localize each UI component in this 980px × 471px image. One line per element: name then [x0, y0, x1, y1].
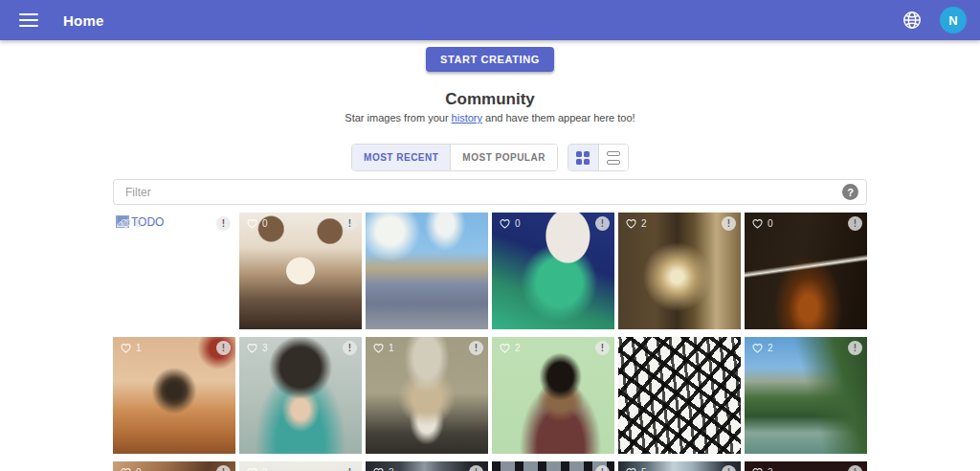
like-count: 2	[515, 343, 521, 353]
info-icon[interactable]: !	[343, 216, 357, 231]
info-icon[interactable]: !	[216, 216, 231, 231]
tile-image	[745, 213, 867, 329]
info-icon[interactable]: !	[343, 341, 357, 355]
like-button[interactable]: 0	[245, 216, 268, 230]
start-creating-button[interactable]: START CREATING	[426, 47, 554, 72]
heart-icon	[371, 465, 386, 471]
image-tile-animal-fur-closeup[interactable]: 0 !	[113, 461, 235, 471]
image-tile-anime-maid-girl[interactable]: 0 !	[239, 213, 362, 329]
image-tile-anime-green-hair-girl[interactable]: 0 !	[492, 213, 614, 329]
help-icon[interactable]: ?	[842, 184, 858, 200]
tile-image	[618, 213, 741, 329]
like-button[interactable]: 1	[119, 341, 142, 354]
like-button[interactable]: 3	[245, 341, 268, 354]
heart-icon	[624, 216, 638, 230]
sort-toggle-group: MOST RECENT MOST POPULAR	[351, 144, 558, 171]
tile-image	[113, 213, 235, 329]
language-globe-icon[interactable]	[902, 10, 923, 31]
heart-icon	[245, 341, 259, 354]
filter-container: ?	[113, 179, 867, 205]
app-bar-actions: N	[902, 7, 967, 34]
like-count: 3	[262, 467, 268, 471]
like-count: 3	[389, 467, 394, 471]
list-view-button[interactable]	[598, 145, 628, 170]
heart-icon	[119, 341, 133, 354]
tile-image	[239, 213, 362, 329]
like-button[interactable]: 0	[498, 216, 521, 230]
info-icon[interactable]: !	[595, 341, 610, 355]
community-subtitle: Star images from your history and have t…	[0, 112, 980, 123]
heart-icon	[750, 216, 765, 230]
page-title: Home	[63, 12, 103, 29]
tile-image	[366, 213, 488, 329]
heart-icon	[498, 341, 512, 354]
heart-icon	[498, 216, 512, 230]
like-button[interactable]: 3	[245, 465, 268, 471]
like-button[interactable]: 0	[119, 216, 142, 230]
image-tile-glowing-bottle[interactable]: 2 !	[618, 213, 741, 329]
like-count: 3	[262, 343, 268, 353]
like-button[interactable]: 3	[371, 465, 394, 471]
image-tile-silhouette-bright-window[interactable]: 5 !	[618, 461, 741, 471]
image-tile-man-green-background[interactable]: 2 !	[492, 337, 614, 454]
like-count: 3	[768, 467, 773, 471]
like-button[interactable]: 1	[371, 341, 394, 354]
like-count: 5	[641, 467, 647, 471]
image-tile-window-grid[interactable]: !	[492, 461, 614, 471]
like-count: 0	[515, 218, 521, 229]
tile-image	[745, 337, 867, 454]
image-tile-dark-figures-window[interactable]: 3 !	[366, 461, 488, 471]
tile-image	[113, 337, 235, 454]
like-count: 1	[136, 343, 142, 353]
heart-icon	[750, 465, 765, 471]
like-count: 2	[768, 343, 773, 353]
like-button[interactable]: 2	[498, 341, 521, 354]
like-button[interactable]: 2	[750, 341, 773, 354]
tile-image	[618, 337, 741, 454]
heart-icon	[119, 216, 133, 230]
image-tile-smiling-woman[interactable]: 3 !	[239, 337, 362, 454]
image-tile-street-scene-painting[interactable]	[366, 213, 488, 329]
info-icon[interactable]: !	[469, 341, 483, 355]
tile-image	[492, 213, 614, 329]
like-button[interactable]: 5	[624, 465, 647, 471]
menu-icon[interactable]	[19, 13, 38, 27]
subtitle-text: and have them appear here too!	[482, 112, 635, 123]
image-tile-mountain-river-forest[interactable]: 2 !	[745, 337, 867, 454]
heart-icon	[624, 465, 638, 471]
image-tile-desert-warrior[interactable]: 1 !	[113, 337, 235, 454]
image-tile-elderly-man-portrait[interactable]: 1 !	[366, 337, 488, 454]
image-tile-pale-landscape[interactable]: 3 !	[239, 461, 362, 471]
sort-most-popular-button[interactable]: MOST POPULAR	[450, 145, 557, 170]
like-button[interactable]: 2	[624, 216, 647, 230]
like-button[interactable]: 3	[750, 465, 773, 471]
community-heading: Community	[0, 90, 980, 109]
sort-most-recent-button[interactable]: MOST RECENT	[352, 145, 450, 170]
like-button[interactable]: 0	[750, 216, 773, 230]
info-icon[interactable]: !	[722, 216, 736, 231]
like-button[interactable]: 0	[119, 465, 142, 471]
heart-icon	[371, 341, 386, 354]
info-icon[interactable]: !	[848, 341, 862, 355]
list-view-icon	[607, 151, 620, 165]
info-icon[interactable]: !	[216, 341, 231, 355]
subtitle-text: Star images from your	[345, 112, 451, 123]
controls-row: MOST RECENT MOST POPULAR	[0, 144, 980, 171]
image-tile-spider-web-drawing[interactable]	[618, 337, 741, 454]
grid-view-icon	[576, 151, 590, 165]
user-avatar[interactable]: N	[940, 7, 967, 34]
tile-image	[239, 337, 362, 454]
tile-image	[492, 337, 614, 454]
info-icon[interactable]: !	[848, 216, 862, 231]
image-tile-lightning-bottle[interactable]: 0 !	[745, 213, 867, 329]
history-link[interactable]: history	[452, 112, 482, 123]
community-image-grid: TODO 0 ! 0	[113, 213, 867, 471]
image-tile-broken-image-todo[interactable]: TODO 0 !	[113, 213, 235, 329]
heart-icon	[245, 465, 259, 471]
filter-input[interactable]	[113, 179, 867, 205]
image-tile-red-blue-blinds[interactable]: 3 !	[745, 461, 867, 471]
grid-view-button[interactable]	[568, 145, 598, 170]
like-count: 1	[389, 343, 394, 353]
info-icon[interactable]: !	[595, 216, 610, 231]
heart-icon	[119, 465, 133, 471]
